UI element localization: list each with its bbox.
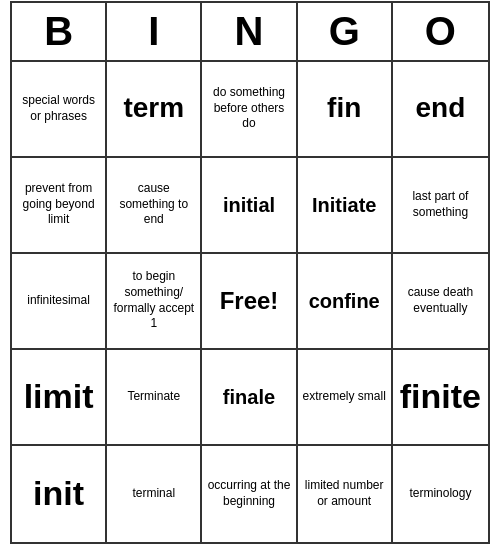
bingo-card: BINGO special words or phrasestermdo som…: [10, 1, 490, 544]
cell-text-5: prevent from going beyond limit: [16, 181, 101, 228]
bingo-cell-18[interactable]: extremely small: [298, 350, 393, 446]
cell-text-23: limited number or amount: [302, 478, 387, 509]
bingo-header: BINGO: [12, 3, 488, 62]
bingo-cell-14[interactable]: cause death eventually: [393, 254, 488, 350]
cell-text-3: fin: [327, 90, 361, 126]
cell-text-22: occurring at the beginning: [206, 478, 291, 509]
bingo-cell-16[interactable]: Terminate: [107, 350, 202, 446]
header-letter-b: B: [12, 3, 107, 60]
cell-text-11: to begin something/ formally accept 1: [111, 269, 196, 331]
cell-text-2: do something before others do: [206, 85, 291, 132]
cell-text-13: confine: [309, 288, 380, 314]
bingo-cell-0[interactable]: special words or phrases: [12, 62, 107, 158]
bingo-cell-2[interactable]: do something before others do: [202, 62, 297, 158]
cell-text-24: terminology: [409, 486, 471, 502]
bingo-cell-20[interactable]: init: [12, 446, 107, 542]
bingo-cell-11[interactable]: to begin something/ formally accept 1: [107, 254, 202, 350]
bingo-cell-1[interactable]: term: [107, 62, 202, 158]
cell-text-12: Free!: [220, 285, 279, 316]
bingo-cell-7[interactable]: initial: [202, 158, 297, 254]
bingo-cell-21[interactable]: terminal: [107, 446, 202, 542]
cell-text-8: Initiate: [312, 192, 376, 218]
bingo-cell-24[interactable]: terminology: [393, 446, 488, 542]
cell-text-18: extremely small: [303, 389, 386, 405]
cell-text-21: terminal: [132, 486, 175, 502]
cell-text-0: special words or phrases: [16, 93, 101, 124]
header-letter-g: G: [298, 3, 393, 60]
cell-text-14: cause death eventually: [397, 285, 484, 316]
cell-text-7: initial: [223, 192, 275, 218]
cell-text-16: Terminate: [127, 389, 180, 405]
bingo-grid: special words or phrasestermdo something…: [12, 62, 488, 542]
bingo-cell-12[interactable]: Free!: [202, 254, 297, 350]
bingo-cell-9[interactable]: last part of something: [393, 158, 488, 254]
cell-text-9: last part of something: [397, 189, 484, 220]
cell-text-20: init: [33, 471, 84, 515]
bingo-cell-13[interactable]: confine: [298, 254, 393, 350]
cell-text-10: infinitesimal: [27, 293, 90, 309]
cell-text-15: limit: [24, 374, 94, 418]
header-letter-n: N: [202, 3, 297, 60]
bingo-cell-23[interactable]: limited number or amount: [298, 446, 393, 542]
bingo-cell-17[interactable]: finale: [202, 350, 297, 446]
bingo-cell-10[interactable]: infinitesimal: [12, 254, 107, 350]
cell-text-4: end: [416, 90, 466, 126]
bingo-cell-5[interactable]: prevent from going beyond limit: [12, 158, 107, 254]
header-letter-o: O: [393, 3, 488, 60]
bingo-cell-19[interactable]: finite: [393, 350, 488, 446]
bingo-cell-6[interactable]: cause something to end: [107, 158, 202, 254]
bingo-cell-8[interactable]: Initiate: [298, 158, 393, 254]
bingo-cell-4[interactable]: end: [393, 62, 488, 158]
cell-text-17: finale: [223, 384, 275, 410]
cell-text-1: term: [123, 90, 184, 126]
cell-text-19: finite: [400, 374, 481, 418]
bingo-cell-22[interactable]: occurring at the beginning: [202, 446, 297, 542]
cell-text-6: cause something to end: [111, 181, 196, 228]
bingo-cell-15[interactable]: limit: [12, 350, 107, 446]
bingo-cell-3[interactable]: fin: [298, 62, 393, 158]
header-letter-i: I: [107, 3, 202, 60]
